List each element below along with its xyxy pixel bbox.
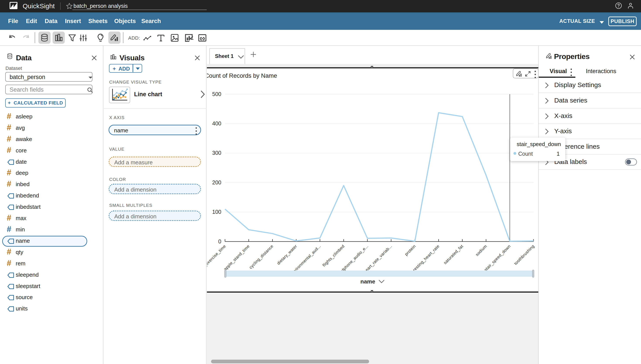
svg-text:apple_stand_time: apple_stand_time (223, 244, 251, 272)
svg-text:100: 100 (212, 209, 221, 215)
svg-text:200: 200 (212, 180, 221, 186)
svg-text:500: 500 (212, 91, 221, 97)
svg-text:protein: protein (404, 244, 416, 256)
svg-text:toothbrushing: toothbrushing (513, 244, 535, 266)
svg-text:400: 400 (212, 120, 221, 126)
svg-text:resting_heart_rate: resting_heart_rate (412, 244, 441, 272)
svg-text:dietary_water: dietary_water (276, 244, 298, 266)
svg-text:sodium: sodium (475, 244, 488, 257)
svg-text:cycling_distance: cycling_distance (248, 244, 274, 270)
svg-text:flights_climbed: flights_climbed (322, 244, 346, 268)
svg-text:saturated_fat: saturated_fat (443, 244, 464, 266)
svg-text:0: 0 (218, 238, 221, 244)
svg-text:300: 300 (212, 150, 221, 156)
svg-text:stair_speed_down: stair_speed_down (483, 244, 512, 272)
